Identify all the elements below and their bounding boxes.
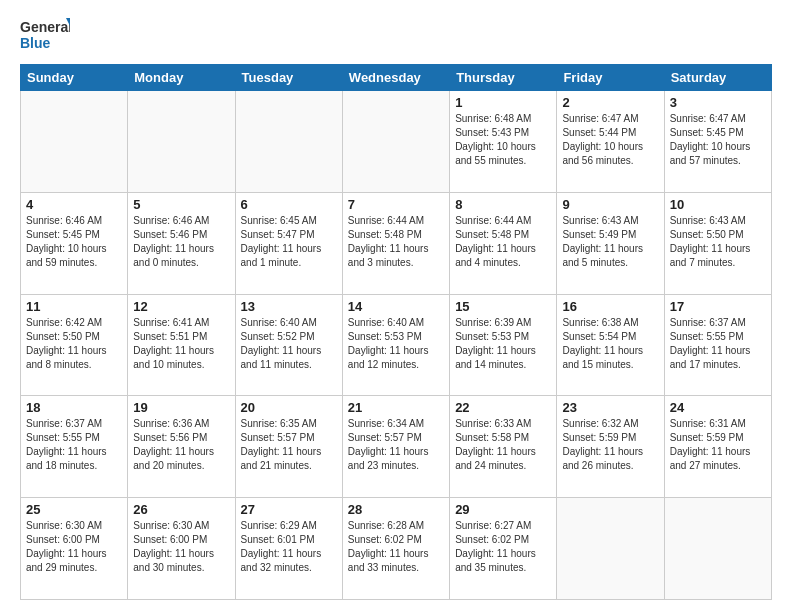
day-info: Sunrise: 6:32 AM Sunset: 5:59 PM Dayligh… xyxy=(562,417,658,473)
day-info: Sunrise: 6:44 AM Sunset: 5:48 PM Dayligh… xyxy=(455,214,551,270)
calendar-cell: 19Sunrise: 6:36 AM Sunset: 5:56 PM Dayli… xyxy=(128,396,235,498)
day-info: Sunrise: 6:35 AM Sunset: 5:57 PM Dayligh… xyxy=(241,417,337,473)
calendar-cell: 18Sunrise: 6:37 AM Sunset: 5:55 PM Dayli… xyxy=(21,396,128,498)
day-info: Sunrise: 6:33 AM Sunset: 5:58 PM Dayligh… xyxy=(455,417,551,473)
day-number: 26 xyxy=(133,502,229,517)
calendar-cell xyxy=(235,91,342,193)
calendar-cell: 3Sunrise: 6:47 AM Sunset: 5:45 PM Daylig… xyxy=(664,91,771,193)
day-number: 10 xyxy=(670,197,766,212)
calendar-cell: 21Sunrise: 6:34 AM Sunset: 5:57 PM Dayli… xyxy=(342,396,449,498)
col-header-thursday: Thursday xyxy=(450,65,557,91)
day-info: Sunrise: 6:34 AM Sunset: 5:57 PM Dayligh… xyxy=(348,417,444,473)
day-info: Sunrise: 6:46 AM Sunset: 5:46 PM Dayligh… xyxy=(133,214,229,270)
day-info: Sunrise: 6:31 AM Sunset: 5:59 PM Dayligh… xyxy=(670,417,766,473)
day-number: 15 xyxy=(455,299,551,314)
calendar-cell: 7Sunrise: 6:44 AM Sunset: 5:48 PM Daylig… xyxy=(342,192,449,294)
day-number: 7 xyxy=(348,197,444,212)
col-header-monday: Monday xyxy=(128,65,235,91)
calendar-cell: 23Sunrise: 6:32 AM Sunset: 5:59 PM Dayli… xyxy=(557,396,664,498)
day-info: Sunrise: 6:44 AM Sunset: 5:48 PM Dayligh… xyxy=(348,214,444,270)
calendar-cell xyxy=(128,91,235,193)
day-number: 2 xyxy=(562,95,658,110)
day-number: 16 xyxy=(562,299,658,314)
day-number: 28 xyxy=(348,502,444,517)
day-number: 18 xyxy=(26,400,122,415)
day-info: Sunrise: 6:30 AM Sunset: 6:00 PM Dayligh… xyxy=(26,519,122,575)
week-row-2: 4Sunrise: 6:46 AM Sunset: 5:45 PM Daylig… xyxy=(21,192,772,294)
calendar-cell: 25Sunrise: 6:30 AM Sunset: 6:00 PM Dayli… xyxy=(21,498,128,600)
calendar-cell xyxy=(21,91,128,193)
header: General Blue xyxy=(20,16,772,54)
day-number: 12 xyxy=(133,299,229,314)
calendar-cell xyxy=(342,91,449,193)
day-info: Sunrise: 6:47 AM Sunset: 5:45 PM Dayligh… xyxy=(670,112,766,168)
calendar-cell: 6Sunrise: 6:45 AM Sunset: 5:47 PM Daylig… xyxy=(235,192,342,294)
day-number: 27 xyxy=(241,502,337,517)
day-info: Sunrise: 6:30 AM Sunset: 6:00 PM Dayligh… xyxy=(133,519,229,575)
calendar-cell: 5Sunrise: 6:46 AM Sunset: 5:46 PM Daylig… xyxy=(128,192,235,294)
day-number: 29 xyxy=(455,502,551,517)
day-info: Sunrise: 6:29 AM Sunset: 6:01 PM Dayligh… xyxy=(241,519,337,575)
calendar: SundayMondayTuesdayWednesdayThursdayFrid… xyxy=(20,64,772,600)
col-header-friday: Friday xyxy=(557,65,664,91)
day-number: 14 xyxy=(348,299,444,314)
day-info: Sunrise: 6:27 AM Sunset: 6:02 PM Dayligh… xyxy=(455,519,551,575)
day-info: Sunrise: 6:42 AM Sunset: 5:50 PM Dayligh… xyxy=(26,316,122,372)
day-number: 17 xyxy=(670,299,766,314)
day-number: 24 xyxy=(670,400,766,415)
day-info: Sunrise: 6:37 AM Sunset: 5:55 PM Dayligh… xyxy=(26,417,122,473)
day-number: 5 xyxy=(133,197,229,212)
col-header-saturday: Saturday xyxy=(664,65,771,91)
day-info: Sunrise: 6:43 AM Sunset: 5:50 PM Dayligh… xyxy=(670,214,766,270)
calendar-cell: 15Sunrise: 6:39 AM Sunset: 5:53 PM Dayli… xyxy=(450,294,557,396)
day-info: Sunrise: 6:38 AM Sunset: 5:54 PM Dayligh… xyxy=(562,316,658,372)
day-info: Sunrise: 6:47 AM Sunset: 5:44 PM Dayligh… xyxy=(562,112,658,168)
day-number: 22 xyxy=(455,400,551,415)
day-number: 11 xyxy=(26,299,122,314)
calendar-cell: 20Sunrise: 6:35 AM Sunset: 5:57 PM Dayli… xyxy=(235,396,342,498)
week-row-1: 1Sunrise: 6:48 AM Sunset: 5:43 PM Daylig… xyxy=(21,91,772,193)
calendar-cell: 13Sunrise: 6:40 AM Sunset: 5:52 PM Dayli… xyxy=(235,294,342,396)
calendar-cell: 26Sunrise: 6:30 AM Sunset: 6:00 PM Dayli… xyxy=(128,498,235,600)
day-info: Sunrise: 6:48 AM Sunset: 5:43 PM Dayligh… xyxy=(455,112,551,168)
day-number: 19 xyxy=(133,400,229,415)
page: General Blue SundayMondayTuesdayWednesda… xyxy=(0,0,792,612)
week-row-4: 18Sunrise: 6:37 AM Sunset: 5:55 PM Dayli… xyxy=(21,396,772,498)
day-number: 9 xyxy=(562,197,658,212)
calendar-cell xyxy=(664,498,771,600)
calendar-cell: 10Sunrise: 6:43 AM Sunset: 5:50 PM Dayli… xyxy=(664,192,771,294)
col-header-wednesday: Wednesday xyxy=(342,65,449,91)
calendar-cell: 8Sunrise: 6:44 AM Sunset: 5:48 PM Daylig… xyxy=(450,192,557,294)
day-info: Sunrise: 6:43 AM Sunset: 5:49 PM Dayligh… xyxy=(562,214,658,270)
calendar-cell: 12Sunrise: 6:41 AM Sunset: 5:51 PM Dayli… xyxy=(128,294,235,396)
day-number: 4 xyxy=(26,197,122,212)
day-info: Sunrise: 6:45 AM Sunset: 5:47 PM Dayligh… xyxy=(241,214,337,270)
day-info: Sunrise: 6:39 AM Sunset: 5:53 PM Dayligh… xyxy=(455,316,551,372)
day-info: Sunrise: 6:41 AM Sunset: 5:51 PM Dayligh… xyxy=(133,316,229,372)
calendar-cell: 9Sunrise: 6:43 AM Sunset: 5:49 PM Daylig… xyxy=(557,192,664,294)
calendar-cell: 24Sunrise: 6:31 AM Sunset: 5:59 PM Dayli… xyxy=(664,396,771,498)
week-row-3: 11Sunrise: 6:42 AM Sunset: 5:50 PM Dayli… xyxy=(21,294,772,396)
day-info: Sunrise: 6:37 AM Sunset: 5:55 PM Dayligh… xyxy=(670,316,766,372)
day-number: 1 xyxy=(455,95,551,110)
day-number: 20 xyxy=(241,400,337,415)
day-number: 13 xyxy=(241,299,337,314)
calendar-cell: 14Sunrise: 6:40 AM Sunset: 5:53 PM Dayli… xyxy=(342,294,449,396)
day-number: 21 xyxy=(348,400,444,415)
day-info: Sunrise: 6:40 AM Sunset: 5:53 PM Dayligh… xyxy=(348,316,444,372)
calendar-cell: 27Sunrise: 6:29 AM Sunset: 6:01 PM Dayli… xyxy=(235,498,342,600)
day-number: 8 xyxy=(455,197,551,212)
logo-svg: General Blue xyxy=(20,16,70,54)
day-info: Sunrise: 6:46 AM Sunset: 5:45 PM Dayligh… xyxy=(26,214,122,270)
day-info: Sunrise: 6:36 AM Sunset: 5:56 PM Dayligh… xyxy=(133,417,229,473)
calendar-cell: 17Sunrise: 6:37 AM Sunset: 5:55 PM Dayli… xyxy=(664,294,771,396)
calendar-cell xyxy=(557,498,664,600)
day-number: 23 xyxy=(562,400,658,415)
day-number: 6 xyxy=(241,197,337,212)
calendar-cell: 22Sunrise: 6:33 AM Sunset: 5:58 PM Dayli… xyxy=(450,396,557,498)
calendar-cell: 11Sunrise: 6:42 AM Sunset: 5:50 PM Dayli… xyxy=(21,294,128,396)
day-number: 3 xyxy=(670,95,766,110)
calendar-cell: 4Sunrise: 6:46 AM Sunset: 5:45 PM Daylig… xyxy=(21,192,128,294)
col-header-tuesday: Tuesday xyxy=(235,65,342,91)
day-number: 25 xyxy=(26,502,122,517)
